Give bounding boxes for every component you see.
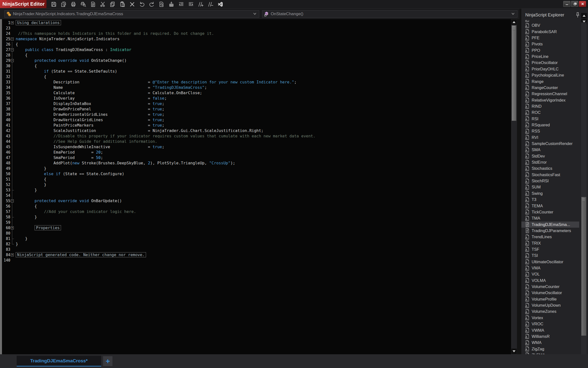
copy-icon[interactable]	[109, 1, 116, 8]
scroll-up-arrow[interactable]	[511, 19, 517, 25]
scroll-down-arrow[interactable]	[511, 349, 517, 354]
document-icon[interactable]	[89, 1, 97, 8]
code-line[interactable]: 46 EmaPeriod = 20;	[0, 150, 511, 155]
explorer-item-t3[interactable]: T3	[521, 197, 579, 203]
code-line[interactable]: 33 Description = @"Enter the description…	[0, 79, 511, 85]
code-line[interactable]: 38 DrawOnPricePanel = true;	[0, 106, 511, 112]
explorer-item-rsi[interactable]: RSI	[521, 116, 579, 122]
code-line[interactable]: 23	[0, 26, 511, 31]
code-line[interactable]: 49 }	[0, 166, 511, 171]
code-line[interactable]: 26{	[0, 42, 511, 47]
explorer-item-vol[interactable]: VOL	[521, 271, 579, 277]
explorer-item-zlema[interactable]: ZLEMA	[521, 352, 579, 354]
explorer-item-priceline[interactable]: PriceLine	[521, 53, 579, 60]
explorer-scrollbar-thumb[interactable]	[581, 197, 586, 336]
code-line[interactable]: 50 else if (State == State.Configure)	[0, 171, 511, 177]
explorer-scrollbar[interactable]	[581, 22, 587, 354]
code-line[interactable]: 1+Using declarations	[0, 20, 511, 26]
code-line[interactable]: 32 {	[0, 74, 511, 79]
member-selector-dropdown[interactable]: OnStateChange()	[262, 10, 517, 18]
explorer-item-obv[interactable]: OBV	[521, 22, 579, 28]
type-selector-dropdown[interactable]: NinjaTrader.NinjaScript.Indicators.Tradi…	[4, 10, 259, 18]
explorer-item-tradingdjemasma-[interactable]: TradingDJEmaSma...	[521, 222, 579, 228]
code-editor[interactable]: 1+Using declarations2324 //This namespac…	[0, 19, 511, 354]
explorer-item-relativevigorindex[interactable]: RelativeVigorIndex	[521, 97, 579, 103]
explorer-item-stochasticsfast[interactable]: StochasticsFast	[521, 172, 579, 178]
explorer-item-ultimateoscillator[interactable]: UltimateOscillator	[521, 259, 579, 265]
explorer-item-trendlines[interactable]: TrendLines	[521, 234, 579, 240]
explorer-item-stddev[interactable]: StdDev	[521, 153, 579, 159]
comment-add-icon[interactable]	[197, 1, 204, 8]
explorer-item-swing[interactable]: Swing	[521, 190, 579, 197]
code-line[interactable]: 30 {	[0, 63, 511, 69]
editor-scrollbar-thumb[interactable]	[512, 25, 516, 121]
code-line[interactable]: 34 Name = "TradingDJEmaSmaCross";	[0, 85, 511, 90]
code-line[interactable]: 24 //This namespace holds Indicators in …	[0, 31, 511, 36]
code-line[interactable]: 82}	[0, 241, 511, 247]
code-line[interactable]: 44 //See Help Guide for additional infor…	[0, 139, 511, 144]
explorer-item-rsquared[interactable]: RSquared	[521, 122, 579, 128]
code-line[interactable]: 48 AddPlot(new Stroke(Brushes.DeepSkyBlu…	[0, 160, 511, 166]
explorer-item-vwma[interactable]: VWMA	[521, 327, 579, 333]
code-line[interactable]: 84+NinjaScript generated code. Neither c…	[0, 252, 511, 258]
explorer-item-williamsr[interactable]: WilliamsR	[521, 333, 579, 340]
code-line[interactable]: 45 IsSuspendedWhileInactive = true;	[0, 144, 511, 150]
collapsed-region[interactable]: Using declarations	[16, 20, 61, 25]
explorer-item-range[interactable]: Range	[521, 79, 579, 85]
code-line[interactable]: 29− protected override void OnStateChang…	[0, 58, 511, 63]
print-icon[interactable]	[70, 1, 77, 8]
collapsed-region[interactable]: Properties	[35, 225, 61, 230]
fold-collapse-box[interactable]: −	[11, 199, 14, 202]
explorer-item-stochastics[interactable]: Stochastics	[521, 165, 579, 171]
fold-collapse-box[interactable]: −	[11, 38, 14, 40]
explorer-item-roc[interactable]: ROC	[521, 109, 579, 116]
explorer-item-volumeoscillator[interactable]: VolumeOscillator	[521, 290, 579, 296]
explorer-item-regressionchannel[interactable]: RegressionChannel	[521, 91, 579, 97]
explorer-item-tma[interactable]: TMA	[521, 215, 579, 221]
explorer-item-tema[interactable]: TEMA	[521, 203, 579, 209]
code-line[interactable]: 54	[0, 193, 511, 198]
explorer-item-volumezones[interactable]: VolumeZones	[521, 308, 579, 315]
code-line[interactable]: 43 //Disable this property if your indic…	[0, 133, 511, 139]
compile-icon[interactable]	[168, 1, 175, 8]
indent-icon[interactable]	[187, 1, 195, 8]
delete-icon[interactable]	[128, 1, 136, 8]
fold-expand-box[interactable]: +	[11, 226, 14, 229]
explorer-item-samplecustomrender[interactable]: SampleCustomRender	[521, 141, 579, 147]
code-line[interactable]: 140	[0, 258, 511, 263]
fold-expand-box[interactable]: +	[11, 21, 14, 24]
explorer-item-psychologicalline[interactable]: PsychologicalLine	[521, 72, 579, 78]
code-line[interactable]: 56 {	[0, 204, 511, 209]
code-line[interactable]: 81 }	[0, 236, 511, 241]
explorer-item-tickcounter[interactable]: TickCounter	[521, 209, 579, 215]
code-line[interactable]: 59	[0, 220, 511, 225]
explorer-item[interactable]	[521, 20, 579, 22]
explorer-item-volumeprofile[interactable]: VolumeProfile	[521, 296, 579, 302]
cut-icon[interactable]	[99, 1, 106, 8]
minimize-button[interactable]	[563, 1, 570, 7]
explorer-item-ppo[interactable]: PPO	[521, 47, 579, 53]
code-line[interactable]: 25−namespace NinjaTrader.NinjaScript.Ind…	[0, 36, 511, 42]
explorer-item-volma[interactable]: VOLMA	[521, 277, 579, 284]
collapsed-region[interactable]: NinjaScript generated code. Neither chan…	[16, 252, 146, 257]
code-line[interactable]: 39 DrawHorizontalGridLines = true;	[0, 112, 511, 117]
save-icon[interactable]	[50, 1, 57, 8]
explorer-item-priceoscillator[interactable]: PriceOscillator	[521, 60, 579, 66]
code-line[interactable]: 83	[0, 247, 511, 252]
explorer-item-priordayohlc[interactable]: PriorDayOHLC	[521, 66, 579, 72]
restore-button[interactable]	[571, 1, 578, 7]
code-line[interactable]: 80	[0, 231, 511, 236]
redo-icon[interactable]	[148, 1, 155, 8]
paste-icon[interactable]	[119, 1, 126, 8]
code-line[interactable]: 31 if (State == State.SetDefaults)	[0, 69, 511, 74]
code-line[interactable]: 51 {	[0, 177, 511, 182]
explorer-item-rvi[interactable]: RVI	[521, 134, 579, 141]
explorer-item-tradingdjparameters[interactable]: TradingDJParameters	[521, 228, 579, 234]
code-line[interactable]: 60+ Properties	[0, 225, 511, 231]
explorer-item-rangecounter[interactable]: RangeCounter	[521, 85, 579, 91]
explorer-item-pfe[interactable]: PFE	[521, 35, 579, 41]
explorer-item-pivots[interactable]: Pivots	[521, 41, 579, 47]
code-line[interactable]: 55− protected override void OnBarUpdate(…	[0, 198, 511, 204]
editor-vertical-scrollbar[interactable]	[511, 19, 517, 354]
code-line[interactable]: 28 {	[0, 53, 511, 58]
